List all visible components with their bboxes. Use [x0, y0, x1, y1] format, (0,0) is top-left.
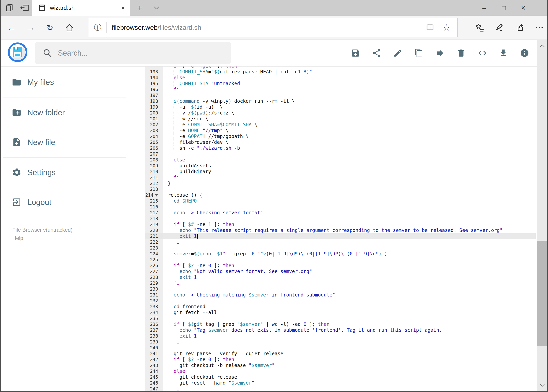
search-bar[interactable] [35, 42, 231, 64]
tab-preview-chevron-icon[interactable] [150, 0, 163, 16]
editor-line[interactable]: 221 exit 1 [145, 233, 536, 239]
editor-line[interactable]: 234 git fetch --all [145, 310, 536, 315]
editor-line[interactable]: 229 fi [145, 280, 536, 286]
favorites-list-icon[interactable] [471, 16, 488, 40]
editor-line[interactable]: 205 filebrowser/dev \ [145, 139, 536, 145]
editor-line[interactable]: 241 git rev-parse --verify --quiet relea… [145, 351, 536, 357]
editor-line[interactable]: 238 exit 1 [145, 333, 536, 339]
download-button[interactable] [499, 48, 508, 58]
editor-line[interactable]: 194 else [145, 75, 536, 81]
editor-line[interactable]: 245 git checkout release [145, 374, 536, 380]
editor-line[interactable]: 215 cd $REPO [145, 198, 536, 204]
editor-line[interactable]: 230 [145, 286, 536, 292]
vertical-scrollbar[interactable] [537, 40, 548, 392]
editor-line[interactable]: 207 [145, 151, 536, 157]
editor-line[interactable]: 236 if [ $(git tag | grep "$semver" | wc… [145, 321, 536, 327]
editor-line[interactable]: 200 -v /$(pwd):/src:z \ [145, 110, 536, 116]
info-button[interactable] [520, 48, 529, 58]
sidebar-item-logout[interactable]: Logout [0, 194, 138, 210]
editor-line[interactable]: 201 -w //src \ [145, 116, 536, 122]
editor-line[interactable]: 223 [145, 245, 536, 251]
reading-view-icon[interactable] [425, 23, 435, 32]
editor-line[interactable]: 203 -e HOME="//tmp" \ [145, 128, 536, 133]
editor-line[interactable]: 231 echo "> Checking matching $semver in… [145, 292, 536, 298]
tab-close-icon[interactable]: × [121, 0, 125, 16]
editor-line[interactable]: 232 [145, 298, 536, 304]
editor-line[interactable]: 247 fi [145, 386, 536, 392]
new-tab-button[interactable]: + [132, 0, 148, 16]
address-bar[interactable]: ⓘ filebrowser.web/files/wizard.sh ☆ [88, 18, 458, 37]
editor-line[interactable]: 225 [145, 257, 536, 263]
sidebar-item-my-files[interactable]: My files [0, 74, 138, 90]
delete-button[interactable] [457, 48, 466, 58]
editor-line[interactable]: 222 fi [145, 239, 536, 245]
home-button[interactable] [62, 16, 77, 40]
editor-line[interactable]: 209 buildAssets [145, 163, 536, 169]
code-editor[interactable]: if [ -d ".git" ]; then193 COMMIT_SHA="$(… [145, 67, 536, 392]
editor-line[interactable]: 224 semver=$(echo "$1" | grep -P '^v(0|[… [145, 251, 536, 257]
favorite-star-icon[interactable]: ☆ [443, 22, 450, 33]
editor-line[interactable]: 211 fi [145, 175, 536, 181]
set-tabs-aside-icon[interactable] [20, 3, 30, 13]
move-button[interactable] [435, 48, 445, 58]
tab-wizard-sh[interactable]: wizard.sh × [32, 0, 130, 16]
scroll-up-icon[interactable] [537, 41, 548, 51]
editor-line[interactable]: 213 [145, 186, 536, 192]
editor-line[interactable]: 240 [145, 345, 536, 351]
editor-line[interactable]: 242 if [ $? -ne 0 ]; then [145, 357, 536, 363]
editor-line[interactable]: 198 $(command -v winpty) docker run --rm… [145, 98, 536, 104]
tabs-aside-icon[interactable] [5, 3, 14, 13]
editor-line[interactable]: 217 echo "> Checking semver format" [145, 210, 536, 216]
scroll-down-icon[interactable] [537, 380, 548, 390]
editor-line[interactable]: 227 echo "Not valid semver format. See s… [145, 268, 536, 274]
editor-line[interactable]: 228 exit 1 [145, 274, 536, 280]
window-close-button[interactable]: × [514, 0, 532, 16]
fold-arrow-icon[interactable] [155, 194, 158, 196]
editor-line[interactable]: 212} [145, 181, 536, 186]
editor-line[interactable]: 214release () { [145, 192, 536, 198]
filebrowser-logo-icon[interactable] [8, 42, 28, 62]
forward-button[interactable]: → [23, 16, 39, 40]
editor-line[interactable]: if [ -d ".git" ]; then [145, 67, 536, 69]
editor-line[interactable]: 195 COMMIT_SHA="untracked" [145, 81, 536, 86]
scrollbar-thumb[interactable] [537, 241, 548, 346]
edit-button[interactable] [393, 48, 402, 58]
web-notes-pen-icon[interactable] [491, 16, 509, 40]
share-page-icon[interactable] [512, 16, 529, 40]
editor-line[interactable]: 197 [145, 92, 536, 98]
editor-line[interactable]: 237 echo "Tag $semver does not exist in … [145, 327, 536, 333]
more-menu-icon[interactable] [531, 16, 548, 40]
sidebar-item-settings[interactable]: Settings [0, 165, 138, 180]
copy-button[interactable] [414, 48, 423, 58]
save-button[interactable] [351, 48, 360, 58]
help-link[interactable]: Help [12, 235, 23, 241]
editor-line[interactable]: 208 else [145, 157, 536, 163]
editor-line[interactable]: 204 -e GOPATH=//tmp/gopath \ [145, 133, 536, 139]
editor-line[interactable]: 199 -u "$(id -u)" \ [145, 104, 536, 110]
editor-line[interactable]: 216 [145, 204, 536, 210]
raw-code-button[interactable] [478, 48, 487, 58]
editor-line[interactable]: 233 cd frontend [145, 304, 536, 310]
editor-line[interactable]: 226 if [ $? -ne 0 ]; then [145, 263, 536, 268]
site-info-icon[interactable]: ⓘ [94, 22, 101, 33]
editor-line[interactable]: 219 if [ $# -ne 1 ]; then [145, 222, 536, 227]
sidebar-item-new-file[interactable]: New file [0, 134, 138, 150]
editor-line[interactable]: 218 [145, 216, 536, 222]
editor-line[interactable]: 202 -e COMMIT_SHA=$COMMIT_SHA \ [145, 122, 536, 128]
editor-line[interactable]: 210 buildBinary [145, 169, 536, 175]
editor-line[interactable]: 206 sh -c "./wizard.sh -b" [145, 145, 536, 151]
refresh-button[interactable]: ↻ [42, 16, 58, 40]
editor-line[interactable]: 246 git reset --hard "$semver" [145, 380, 536, 386]
editor-line[interactable]: 196 fi [145, 86, 536, 92]
share-button[interactable] [372, 48, 381, 58]
editor-line[interactable]: 193 COMMIT_SHA="$(git rev-parse HEAD | c… [145, 69, 536, 75]
maximize-button[interactable]: □ [495, 0, 513, 16]
search-input[interactable] [57, 49, 219, 57]
editor-line[interactable]: 243 git checkout -b release "$semver" [145, 363, 536, 368]
editor-line[interactable]: 220 echo "This release script requires a… [145, 227, 536, 233]
editor-line[interactable]: 235 [145, 315, 536, 321]
sidebar-item-new-folder[interactable]: New folder [0, 105, 138, 120]
minimize-button[interactable]: – [475, 0, 493, 16]
editor-line[interactable]: 244 else [145, 368, 536, 374]
back-button[interactable]: ← [4, 16, 20, 40]
